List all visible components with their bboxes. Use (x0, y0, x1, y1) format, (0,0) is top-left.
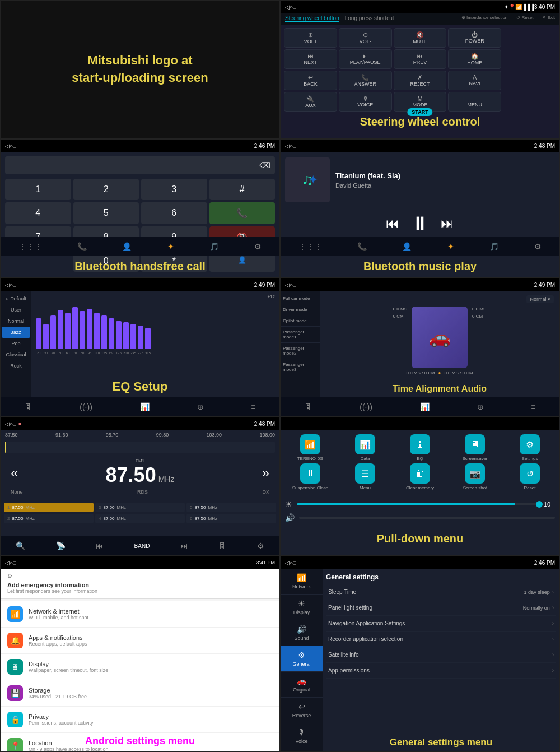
nav-apps[interactable]: ⋮⋮⋮ (18, 242, 42, 251)
dial-2[interactable]: 2 (73, 179, 139, 200)
settings-storage[interactable]: 💾 Storage 34% used - 21.19 GB free (1, 680, 279, 707)
ta-passenger1[interactable]: Passenger mode1 (281, 327, 320, 343)
nav-phone2[interactable]: 📞 (357, 242, 367, 251)
gen-sidebar-network[interactable]: 📶 Network (281, 569, 323, 595)
sw-home[interactable]: 🏠HOME (448, 49, 501, 69)
eq-nav-settings[interactable]: ⊕ (197, 402, 204, 411)
pd-screensaver[interactable]: 🖥 Screensaver (449, 434, 501, 461)
settings-display[interactable]: 🖥 Display Wallpaper, screen timeout, fon… (1, 654, 279, 680)
seek-left[interactable]: « (11, 465, 18, 481)
sw-aux[interactable]: 🔌AUX (284, 92, 337, 112)
pd-clear[interactable]: 🗑 Clear memory (394, 463, 446, 490)
preset-2[interactable]: 287.50MHz (4, 514, 94, 523)
sw-navi[interactable]: ANAVI (448, 71, 501, 90)
radio-eq2[interactable]: 🎛 (218, 541, 226, 550)
dial-call[interactable]: 📞 (209, 202, 276, 224)
eq-preset-rock[interactable]: Rock (1, 360, 31, 372)
sw-vol-plus[interactable]: ⊕VOL+ (284, 28, 337, 48)
nav-phone[interactable]: 📞 (77, 242, 87, 251)
preset-5[interactable]: 587.50MHz (186, 503, 276, 512)
backspace-icon[interactable]: ⌫ (259, 161, 270, 170)
sw-back[interactable]: ↩BACK (284, 71, 337, 90)
pd-suspend[interactable]: ⏸ Suspension Close (284, 463, 337, 490)
ta-driver[interactable]: Driver mode (281, 304, 320, 315)
radio-search[interactable]: 🔍 (16, 541, 25, 550)
preset-4[interactable]: 487.50MHz (95, 514, 185, 523)
nav-btmusic[interactable]: 🎵 (209, 242, 219, 251)
settings-privacy[interactable]: 🔒 Privacy Permissions, account activity (1, 707, 279, 733)
pd-menu[interactable]: ☰ Menu (339, 463, 391, 490)
pd-data[interactable]: 📊 Data (339, 434, 391, 461)
preset-6[interactable]: 687.50MHz (186, 514, 276, 523)
eq-nav-icon1[interactable]: 🎛 (24, 402, 32, 411)
eq-preset-normal[interactable]: Normal (1, 315, 31, 327)
eq-preset-default[interactable]: ○ Default (1, 293, 31, 304)
eq-preset-user[interactable]: User (1, 304, 31, 315)
pd-eq[interactable]: 🎛 EQ (394, 434, 446, 461)
gen-row-recorder[interactable]: Recorder application selection › (326, 632, 556, 647)
gen-sidebar-original[interactable]: 🚗 Original (281, 672, 323, 698)
sw-next[interactable]: ⏭NEXT (284, 49, 337, 69)
gen-row-panel[interactable]: Panel light setting Normally on › (326, 600, 556, 616)
seek-right[interactable]: » (262, 465, 269, 481)
sw-power[interactable]: ⏻POWER (448, 28, 501, 48)
dial-4[interactable]: 4 (5, 202, 71, 224)
sw-reject[interactable]: ✗REJECT (394, 71, 447, 90)
ta-nav5[interactable]: ≡ (531, 402, 535, 411)
radio-band[interactable]: BAND (134, 543, 150, 549)
sw-tab-active[interactable]: Steering wheel button (285, 15, 339, 22)
dial-hash[interactable]: # (209, 179, 276, 200)
ta-nav3[interactable]: 📊 (420, 402, 430, 411)
radio-settings[interactable]: ⚙ (257, 541, 264, 550)
ta-passenger3[interactable]: Passenger mode3 (281, 359, 320, 375)
eq-nav-surround[interactable]: ((·)) (80, 402, 92, 411)
pd-settings[interactable]: ⚙ Settings (503, 434, 556, 461)
settings-network[interactable]: 📶 Network & internet Wi-Fi, mobile, and … (1, 601, 279, 628)
sw-vol-minus[interactable]: ⊖VOL- (339, 28, 392, 48)
nav-apps2[interactable]: ⋮⋮⋮ (298, 242, 322, 251)
gen-row-satellite[interactable]: Satellite info › (326, 647, 556, 663)
radio-next[interactable]: ⏭ (180, 541, 188, 550)
radio-antenna[interactable]: 📡 (56, 541, 66, 550)
nav-settings[interactable]: ⚙ (254, 242, 262, 251)
ta-nav2[interactable]: ((·)) (360, 402, 372, 411)
gen-sidebar-sound[interactable]: 🔊 Sound (281, 620, 323, 646)
sw-menu[interactable]: ≡MENU (448, 92, 501, 112)
gen-sidebar-voice[interactable]: 🎙 Voice (281, 723, 323, 749)
pd-wifi[interactable]: 📶 TERENO-5G (284, 434, 337, 461)
preset-3[interactable]: 387.50MHz (95, 503, 185, 512)
sw-voice[interactable]: 🎙VOICE (339, 92, 392, 112)
nav-settings2[interactable]: ⚙ (534, 242, 542, 251)
gen-sidebar-reverse[interactable]: ↩ Reverse (281, 698, 323, 723)
nav-btmusic2[interactable]: 🎵 (489, 242, 499, 251)
gen-sidebar-general[interactable]: ⚙ General (281, 646, 323, 672)
gen-sidebar-display[interactable]: ☀ Display (281, 595, 323, 620)
freq-slider-bar[interactable] (5, 442, 275, 453)
prev-btn[interactable]: ⏮ (386, 216, 399, 231)
sw-prev[interactable]: ⏮PREV (394, 49, 447, 69)
eq-preset-classical[interactable]: Classical (1, 349, 31, 360)
dial-1[interactable]: 1 (5, 179, 71, 200)
preset-1[interactable]: 187.50MHz (4, 503, 94, 512)
brightness-thumb[interactable] (536, 501, 543, 508)
nav-bt[interactable]: ✦ (167, 242, 174, 251)
ta-nav4[interactable]: ⊕ (477, 402, 484, 411)
nav-bt2[interactable]: ✦ (447, 242, 454, 251)
dial-5[interactable]: 5 (73, 202, 139, 224)
eq-nav-boost[interactable]: 📊 (140, 402, 150, 411)
next-btn[interactable]: ⏭ (441, 216, 454, 231)
eq-preset-jazz[interactable]: Jazz (2, 327, 30, 338)
nav-contacts2[interactable]: 👤 (122, 242, 132, 251)
radio-prev[interactable]: ⏮ (96, 541, 104, 550)
gen-row-navi[interactable]: Navigation Application Settings › (326, 616, 556, 632)
pd-screenshot[interactable]: 📷 Screen shot (449, 463, 501, 490)
gen-row-sleep[interactable]: Sleep Time 1 day sleep › (326, 584, 556, 600)
eq-preset-pop[interactable]: Pop (1, 338, 31, 349)
playpause-btn[interactable]: ⏸ (410, 212, 430, 234)
nav-contacts3[interactable]: 👤 (402, 242, 412, 251)
ta-fullcar[interactable]: Full car mode (281, 293, 320, 304)
ta-normal[interactable]: Normal ▾ (526, 295, 554, 303)
sw-answer[interactable]: 📞ANSWER (339, 71, 392, 90)
gen-row-appperm[interactable]: App permissions › (326, 663, 556, 679)
sw-mute[interactable]: 🔇MUTE (394, 28, 447, 48)
